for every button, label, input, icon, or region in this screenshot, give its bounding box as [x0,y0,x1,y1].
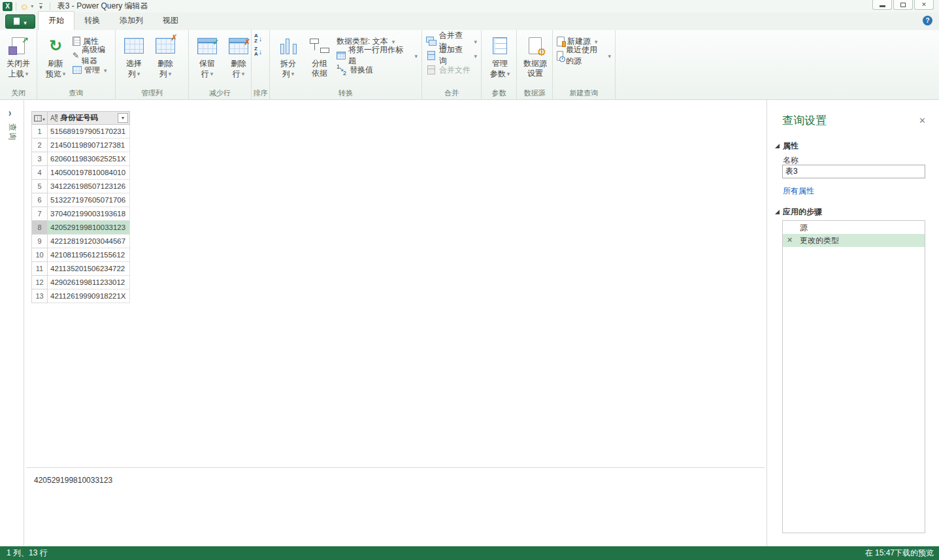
chevron-down-icon [61,69,66,79]
choose-columns-button[interactable]: 选择 列 [118,33,150,80]
minimize-button[interactable] [872,0,892,10]
row-number[interactable]: 2 [31,139,48,152]
close-load-icon: ↗ [12,37,25,54]
row-number[interactable]: 1 [31,125,48,139]
applied-step-item[interactable]: ✕更改的类型 [783,234,925,247]
cell-value[interactable]: 429026199811233012 [48,276,130,289]
cell-value[interactable]: 513227197605071706 [48,193,130,207]
cell-value[interactable]: 421081195612155612 [48,248,130,262]
restore-button[interactable] [893,0,913,10]
table-row: 362060119830625251X [31,152,130,166]
recent-sources-button[interactable]: 最近使用的源 [555,50,612,61]
table-row: 5341226198507123126 [31,180,130,193]
table-icon [34,115,42,122]
row-number[interactable]: 11 [31,262,48,276]
advanced-editor-button[interactable]: ✎ 高级编辑器 [71,50,112,61]
cell-value[interactable]: 62060119830625251X [48,152,130,166]
table-row: 10421081195612155612 [31,248,130,262]
row-number[interactable]: 12 [31,276,48,289]
ribbon-spacer [616,30,939,99]
tab-view[interactable]: 视图 [153,12,188,30]
group-label-sort: 排序 [252,88,269,98]
manage-button[interactable]: 管理 [71,64,112,76]
table-row: 7370402199003193618 [31,207,130,221]
manage-parameters-button[interactable]: 管理 参数 [484,33,516,80]
row-number[interactable]: 10 [31,248,48,262]
applied-steps-section-header[interactable]: 应用的步骤 [775,206,822,218]
group-by-button[interactable]: 分组 依据 [304,33,335,80]
cell-value[interactable]: 421135201506234722 [48,262,130,276]
clock-icon [559,56,565,62]
close-and-load-button[interactable]: ↗ 关闭并 上载 [3,33,34,80]
sort-descending-button[interactable]: AZ ↓ [254,46,262,58]
all-properties-link[interactable]: 所有属性 [783,186,814,197]
remove-rows-button[interactable]: ✗ 删除 行 [223,33,254,80]
ribbon-group-data-sources: ⚙ 数据源 设置 数据源 [517,30,553,99]
filter-dropdown-button[interactable] [118,113,128,123]
append-queries-button[interactable]: 追加查询 [425,50,478,61]
group-label-combine: 合并 [422,88,481,98]
cell-value[interactable]: 420529199810033123 [48,221,130,235]
row-number[interactable]: 5 [31,180,48,193]
chevron-down-icon [22,16,27,27]
column-header[interactable]: BC 身份证号码 [48,111,130,125]
quick-access-toolbar-dropdown-icon[interactable]: ▾ [39,3,42,10]
gear-icon: ⚙ [537,47,546,58]
cell-value[interactable]: 515689197905170231 [48,125,130,139]
row-number[interactable]: 6 [31,193,48,207]
chevron-down-icon [472,37,477,46]
keep-rows-button[interactable]: ✓ 保留 行 [191,33,223,80]
cell-value[interactable]: 214501198907127381 [48,139,130,152]
title-bar: X ☺ ▾ ▾ 表3 - Power Query 编辑器 ✕ [0,0,939,12]
keep-rows-icon: ✓ [197,42,217,54]
tab-add-column[interactable]: 添加列 [110,12,153,30]
row-number[interactable]: 4 [31,166,48,180]
queries-pane-label[interactable]: 查询 [7,124,18,143]
new-source-icon [557,37,565,46]
remove-rows-icon: ✗ [229,42,248,54]
collapse-triangle-icon [775,144,780,148]
divider [16,3,16,10]
remove-columns-button[interactable]: ✗ 删除 列 [150,33,181,80]
cell-value[interactable]: 42112619990918221X [48,289,130,303]
cell-value[interactable]: 341226198507123126 [48,180,130,193]
row-number[interactable]: 9 [31,235,48,248]
sort-ascending-button[interactable]: AZ ↓ [254,33,262,44]
group-label-transform: 转换 [270,88,421,98]
delete-step-icon[interactable]: ✕ [787,236,793,244]
properties-section-header[interactable]: 属性 [775,140,799,152]
cell-value[interactable]: 140500197810084010 [48,166,130,180]
send-smile-icon[interactable]: ☺ [20,2,29,11]
refresh-preview-button[interactable]: ↻ 刷新 预览 [40,33,71,80]
use-first-row-as-headers-button[interactable]: 将第一行用作标题 [335,50,419,61]
group-label-data-sources: 数据源 [517,88,552,98]
row-number[interactable]: 7 [31,207,48,221]
row-number[interactable]: 13 [31,289,48,303]
table-corner-button[interactable] [31,111,48,125]
tab-home[interactable]: 开始 [38,11,74,30]
tab-transform[interactable]: 转换 [74,12,110,30]
row-number[interactable]: 8 [31,221,48,235]
ribbon-tab-row: 开始 转换 添加列 视图 ? [0,12,939,30]
chevron-down-icon [103,65,107,74]
query-name-input[interactable] [782,165,925,178]
data-source-settings-button[interactable]: ⚙ 数据源 设置 [519,33,551,80]
panel-close-icon[interactable]: ✕ [919,116,926,125]
help-icon[interactable]: ? [923,16,932,25]
row-number[interactable]: 3 [31,152,48,166]
expand-pane-chevron-icon[interactable]: › [8,107,11,120]
cell-value[interactable]: 422128191203044567 [48,235,130,248]
close-button[interactable]: ✕ [914,0,934,10]
query-settings-panel: 查询设置 ✕ 属性 名称 所有属性 应用的步骤 源✕更改的类型 [766,100,939,546]
chevron-down-icon [290,69,295,79]
combine-files-icon [426,65,437,74]
column-header-label: 身份证号码 [60,113,98,123]
smile-dropdown-icon[interactable]: ▾ [31,3,33,9]
split-column-button[interactable]: 拆分 列 [272,33,304,80]
replace-values-button[interactable]: 替换值 [335,64,419,76]
file-menu-button[interactable] [5,14,35,29]
applied-step-item[interactable]: 源 [783,221,925,234]
data-source-settings-icon: ⚙ [529,37,542,54]
recent-sources-icon [557,51,563,61]
cell-value[interactable]: 370402199003193618 [48,207,130,221]
